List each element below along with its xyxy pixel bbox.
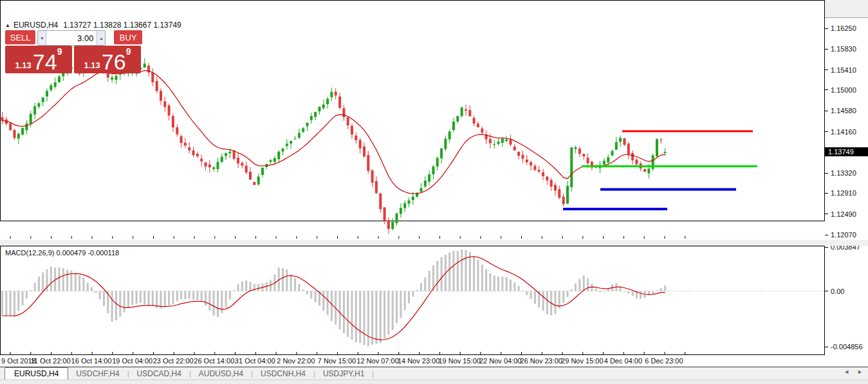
candle-body [510, 140, 512, 145]
macd-histogram-bar [587, 279, 589, 291]
macd-histogram-bar [343, 291, 345, 334]
price-axis-tick [825, 111, 828, 111]
macd-histogram-bar [124, 291, 125, 313]
macd-histogram-bar [375, 291, 377, 344]
candle-body [245, 166, 248, 173]
candle-body [578, 149, 581, 154]
candle-body [115, 76, 118, 80]
macd-histogram-bar [627, 291, 629, 294]
candle-body [465, 109, 467, 111]
candle-body [156, 81, 158, 91]
time-axis-label: 14 Nov 23:00 [398, 357, 439, 365]
candle-body [273, 158, 276, 162]
candle-body [249, 172, 252, 179]
candle-body [172, 116, 174, 127]
price-axis-label: 1.12070 [831, 231, 856, 239]
tab-usdjpy-h1[interactable]: USDJPY,H1 [315, 369, 372, 379]
candle-body [631, 153, 634, 160]
panel-splitter[interactable] [0, 240, 868, 246]
macd-chart[interactable] [1, 246, 824, 354]
macd-histogram-bar [5, 291, 7, 316]
volume-increase-button[interactable]: ▲ [97, 31, 105, 45]
macd-histogram-bar [62, 268, 64, 291]
candle-body [294, 139, 297, 140]
macd-histogram-bar [10, 291, 12, 316]
macd-histogram-bar [522, 291, 524, 291]
tab-scroll-right-icon[interactable]: ► [857, 369, 863, 375]
candle-body [461, 107, 463, 116]
candle-body [290, 141, 292, 143]
macd-histogram-bar [87, 283, 89, 291]
chart-symbol-title: EURUSD,H4 [14, 21, 58, 30]
collapse-triangle-icon[interactable]: ▲ [5, 23, 10, 28]
macd-histogram-bar [59, 268, 60, 291]
time-axis-label: 31 Oct 04:00 [235, 357, 275, 365]
time-axis: 9 Oct 201811 Oct 22:0016 Oct 14:0019 Oct… [0, 355, 868, 367]
macd-axis-tick [825, 347, 828, 347]
candle-body [184, 143, 187, 145]
macd-histogram-bar [562, 291, 564, 304]
tab-audusd-h4[interactable]: AUDUSD,H4 [191, 369, 251, 379]
macd-histogram-bar [400, 291, 402, 318]
time-axis-label: 19 Nov 15:00 [438, 357, 480, 365]
macd-histogram-bar [424, 277, 426, 291]
candle-body [546, 177, 548, 181]
macd-histogram-bar [530, 291, 532, 300]
macd-histogram-bar [82, 278, 84, 291]
macd-histogram-bar [501, 277, 503, 291]
macd-histogram-bar [192, 291, 194, 300]
macd-histogram-bar [111, 291, 113, 322]
macd-histogram-bar [510, 280, 512, 291]
volume-decrease-button[interactable]: ▼ [38, 31, 46, 45]
macd-histogram-bar [115, 291, 117, 320]
candle-body [330, 92, 333, 97]
candle-body [408, 201, 411, 204]
macd-histogram-bar [465, 250, 467, 291]
macd-histogram-bar [518, 286, 520, 291]
candle-body [302, 128, 304, 132]
macd-histogram-bar [91, 287, 93, 291]
macd-histogram-bar [257, 284, 259, 291]
sell-button[interactable]: SELL [5, 30, 35, 44]
candle-body [367, 155, 369, 171]
macd-histogram-bar [42, 273, 44, 291]
time-axis-label: 26 Oct 14:00 [194, 357, 234, 365]
sell-price-big: 74 [33, 52, 57, 71]
volume-stepper: ▼ ▲ [37, 30, 106, 46]
buy-button[interactable]: BUY [114, 30, 142, 44]
tab-usdcnh-h4[interactable]: USDCNH,H4 [253, 369, 313, 379]
price-axis-label: 1.15410 [831, 66, 856, 74]
macd-histogram-bar [546, 291, 548, 315]
volume-input[interactable] [46, 31, 97, 45]
candle-body [261, 168, 264, 175]
tab-scroll-arrows: ◄ ► [844, 369, 863, 375]
tab-usdcad-h4[interactable]: USDCAD,H4 [129, 369, 189, 379]
candle-body [241, 163, 243, 165]
macd-histogram-bar [404, 291, 406, 310]
tab-eurusd-h4[interactable]: EURUSD,H4 [5, 367, 68, 380]
macd-histogram-bar [420, 283, 422, 291]
buy-price-display[interactable]: 1.13 76 9 [74, 46, 141, 73]
time-axis-label: 16 Oct 14:00 [71, 357, 112, 365]
price-axis-label: 1.12490 [831, 210, 856, 218]
tab-usdchf-h4[interactable]: USDCHF,H4 [68, 369, 127, 379]
macd-histogram-bar [286, 270, 288, 291]
macd-histogram-bar [208, 291, 210, 311]
tab-scroll-left-icon[interactable]: ◄ [844, 369, 849, 375]
candle-body [379, 194, 382, 210]
macd-histogram-bar [555, 291, 557, 315]
macd-axis-tick [825, 291, 828, 291]
chart-title-row: ▲ EURUSD,H4 1.13727 1.13828 1.13667 1.13… [5, 21, 181, 30]
macd-histogram-bar [469, 252, 471, 291]
candle-body [9, 123, 12, 130]
time-axis-label: 19 Oct 04:00 [112, 357, 152, 365]
macd-histogram-bar [168, 291, 170, 306]
candle-body [37, 104, 40, 107]
macd-histogram-bar [408, 291, 410, 304]
candle-body [575, 147, 577, 149]
candle-body [270, 160, 272, 162]
sell-price-display[interactable]: 1.13 74 9 [5, 46, 72, 73]
candle-body [180, 136, 183, 143]
candle-body [310, 116, 313, 120]
candle-body [538, 170, 540, 172]
